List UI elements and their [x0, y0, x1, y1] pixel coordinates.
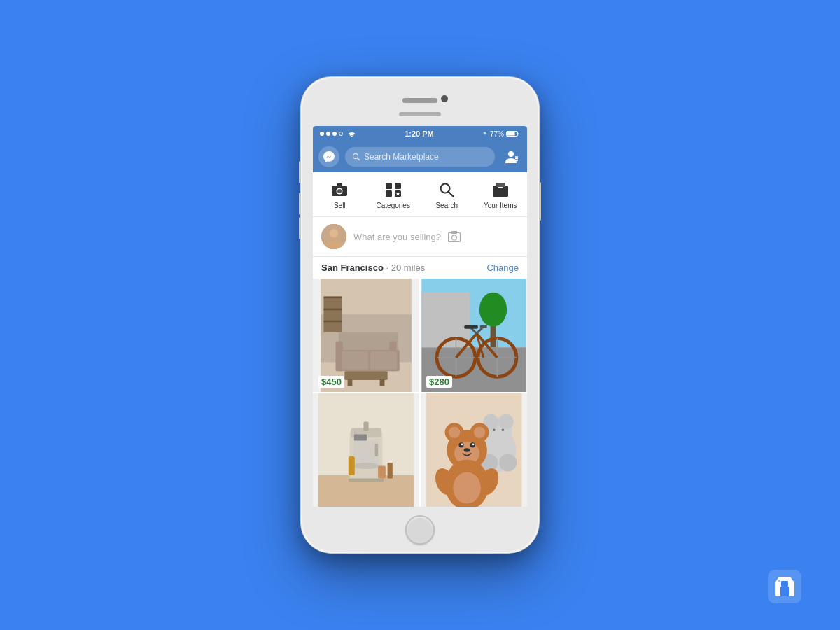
tab-categories-label: Categories	[377, 202, 410, 209]
svg-rect-32	[323, 309, 342, 311]
sofa-price: $450	[318, 376, 344, 388]
svg-rect-67	[363, 422, 368, 432]
svg-point-93	[464, 448, 470, 451]
tab-search[interactable]: Search	[420, 180, 474, 209]
svg-point-4	[508, 151, 514, 157]
signal-indicators	[320, 130, 356, 137]
listing-coffee-maker[interactable]	[313, 393, 419, 507]
location-text: San Francisco · 20 miles	[321, 262, 425, 273]
signal-dot-3	[332, 132, 337, 136]
status-bar: 1:20 PM ⚭ 77%	[313, 126, 527, 141]
svg-rect-38	[344, 371, 387, 380]
svg-rect-40	[380, 379, 385, 386]
items-grid: $450	[313, 279, 527, 507]
bike-price: $280	[426, 376, 452, 388]
city-name: San Francisco	[321, 262, 384, 273]
search-icon	[437, 180, 456, 200]
listing-sofa[interactable]: $450	[313, 279, 419, 392]
listing-teddy[interactable]	[421, 393, 527, 507]
svg-point-10	[337, 189, 342, 193]
search-bar[interactable]: Search Marketplace	[345, 147, 495, 167]
svg-point-92	[472, 444, 475, 446]
tab-categories[interactable]: Categories	[367, 180, 421, 209]
svg-point-81	[493, 428, 496, 431]
svg-rect-21	[498, 187, 503, 188]
svg-rect-13	[395, 183, 401, 189]
svg-rect-41	[342, 351, 368, 370]
svg-rect-100	[781, 581, 788, 587]
tab-your-items-label: Your Items	[484, 202, 517, 209]
svg-rect-73	[349, 479, 384, 482]
bluetooth-icon: ⚭	[482, 130, 488, 137]
marketplace-badge	[768, 570, 802, 603]
distance-text: · 20 miles	[386, 262, 426, 273]
home-button[interactable]	[405, 515, 435, 545]
signal-dot-4	[339, 132, 343, 136]
status-time: 1:20 PM	[405, 130, 434, 138]
svg-line-18	[449, 192, 454, 197]
signal-dot-1	[320, 132, 324, 136]
phone-bottom	[405, 507, 435, 553]
messenger-button[interactable]	[318, 146, 340, 167]
svg-rect-65	[354, 441, 379, 470]
svg-point-91	[461, 444, 463, 446]
svg-rect-39	[348, 379, 353, 386]
user-avatar	[321, 224, 346, 249]
grid-star-icon	[384, 180, 403, 200]
svg-point-80	[499, 454, 517, 471]
svg-rect-1	[507, 132, 515, 136]
phone-screen: 1:20 PM ⚭ 77%	[313, 126, 527, 507]
camera-add-button[interactable]	[448, 231, 461, 242]
location-bar: San Francisco · 20 miles Change	[313, 257, 527, 279]
box-icon	[491, 180, 510, 200]
svg-rect-68	[354, 435, 367, 441]
svg-point-24	[330, 229, 338, 237]
svg-rect-20	[496, 183, 505, 187]
tab-search-label: Search	[435, 202, 458, 209]
svg-rect-72	[388, 463, 393, 479]
svg-rect-12	[386, 183, 392, 189]
signal-dot-2	[326, 132, 330, 136]
sell-post-area[interactable]: What are you selling?	[313, 217, 527, 257]
tab-your-items[interactable]: Your Items	[474, 180, 528, 209]
phone-shell: 1:20 PM ⚭ 77%	[301, 77, 539, 553]
svg-point-97	[453, 472, 481, 504]
svg-rect-42	[370, 351, 397, 370]
earpiece	[402, 98, 438, 103]
svg-point-87	[474, 427, 485, 438]
svg-point-26	[452, 235, 457, 240]
svg-rect-11	[337, 183, 342, 186]
tab-sell[interactable]: Sell	[313, 180, 367, 209]
svg-rect-31	[323, 297, 342, 299]
svg-rect-33	[323, 321, 342, 323]
svg-point-82	[502, 428, 505, 431]
svg-rect-30	[323, 297, 342, 332]
camera-icon	[330, 180, 349, 200]
battery-icon	[506, 130, 520, 137]
profile-button[interactable]	[500, 146, 522, 167]
tab-bar: Sell Categories	[313, 172, 527, 217]
svg-rect-14	[386, 190, 392, 197]
svg-rect-69	[375, 444, 379, 456]
svg-rect-71	[378, 466, 386, 479]
listing-bike[interactable]: $280	[421, 279, 527, 392]
sell-placeholder-text: What are you selling?	[354, 232, 441, 242]
search-bar-placeholder: Search Marketplace	[364, 152, 439, 162]
svg-line-3	[358, 158, 360, 161]
tab-sell-label: Sell	[334, 202, 346, 209]
svg-rect-70	[349, 456, 355, 475]
change-location-button[interactable]: Change	[486, 262, 519, 273]
svg-rect-99	[780, 587, 789, 596]
svg-rect-60	[464, 326, 478, 329]
svg-point-2	[354, 154, 358, 159]
svg-point-77	[498, 414, 514, 430]
phone-speaker	[399, 112, 441, 116]
status-right-icons: ⚭ 77%	[482, 130, 520, 138]
svg-point-47	[479, 293, 507, 327]
nav-bar: Search Marketplace	[313, 141, 527, 172]
wifi-icon	[347, 130, 356, 137]
front-camera	[441, 95, 448, 102]
battery-text: 77%	[490, 130, 504, 138]
svg-point-85	[449, 427, 460, 438]
